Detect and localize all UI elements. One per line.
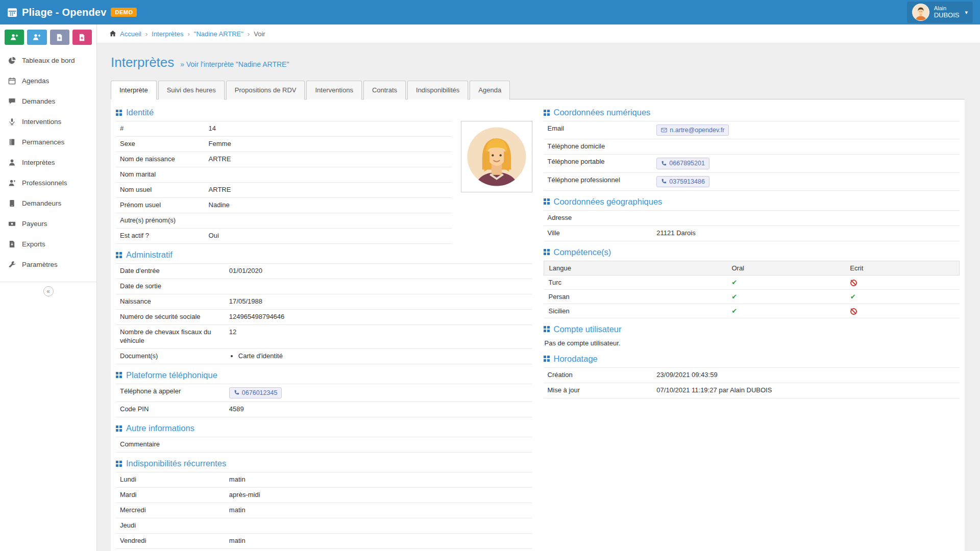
- quick-actions: [0, 24, 96, 49]
- phone-icon: [234, 390, 239, 395]
- sidebar-item-label: Permanences: [22, 138, 64, 146]
- sidebar-collapse-button[interactable]: «: [43, 286, 54, 296]
- user-first-name: Alain: [934, 5, 960, 12]
- field-row: Adresse: [544, 210, 960, 226]
- right-column: Coordonnées numériques Email n.artre@ope…: [544, 107, 960, 398]
- demo-badge: DEMO: [111, 8, 137, 17]
- topbar: Pliage - Opendev DEMO Alain DUBOIS ▾: [0, 0, 980, 24]
- grid-icon: [116, 461, 122, 467]
- field-row: Téléphone portable 0667895201: [544, 155, 960, 172]
- section-competences: Compétence(s) Langue Oral Ecrit Turc ✔: [544, 247, 960, 318]
- section-title: Coordonnées géographiques: [554, 197, 663, 207]
- sidebar-item-label: Interprètes: [22, 159, 55, 166]
- tab-contrats[interactable]: Contrats: [363, 81, 406, 99]
- sidebar-item-interpretes[interactable]: Interprètes: [0, 152, 96, 172]
- section-title: Coordonnées numériques: [554, 108, 651, 117]
- user-menu[interactable]: Alain DUBOIS ▾: [907, 2, 973, 23]
- phone-number: 0676012345: [242, 389, 278, 397]
- wrench-icon: [7, 261, 16, 268]
- pie-chart-icon: [7, 57, 16, 64]
- tab-interprete[interactable]: Interprète: [111, 81, 157, 99]
- user-icon: [7, 179, 16, 187]
- breadcrumb-link-nadine-artre[interactable]: "Nadine ARTRE": [194, 30, 243, 38]
- field-row: Nom marital: [116, 167, 452, 183]
- tab-suivi-des-heures[interactable]: Suivi des heures: [158, 81, 225, 99]
- phone-badge[interactable]: 0676012345: [229, 387, 282, 398]
- grid-icon: [116, 425, 122, 432]
- section-compte-utilisateur: Compte utilisateur Pas de compte utilisa…: [544, 324, 960, 348]
- ecrit-mark: [845, 276, 960, 289]
- sidebar-item-exports[interactable]: Exports: [0, 234, 96, 254]
- section-title: Indisponibilités récurrentes: [126, 459, 226, 468]
- sidebar-item-permanences[interactable]: Permanences: [0, 132, 96, 152]
- sidebar-item-agendas[interactable]: Agendas: [0, 70, 96, 91]
- calendar-icon: [7, 77, 16, 85]
- file-plus-icon: [78, 34, 86, 41]
- check-icon: ✔: [731, 279, 737, 286]
- column-header-oral: Oral: [726, 261, 845, 275]
- breadcrumb-link-interpretes[interactable]: Interprètes: [152, 30, 183, 38]
- grid-icon: [544, 326, 550, 332]
- microphone-icon: [7, 118, 16, 126]
- breadcrumb-link-accueil[interactable]: Accueil: [120, 30, 141, 38]
- tab-interventions[interactable]: Interventions: [306, 81, 361, 99]
- section-horodatage: Horodatage Création23/09/2021 09:43:59 M…: [544, 354, 960, 398]
- page-title: Interprètes: [111, 55, 174, 70]
- language-name: Sicilien: [544, 304, 727, 318]
- sidebar-item-interventions[interactable]: Interventions: [0, 111, 96, 132]
- sidebar-item-tableaux-de-bord[interactable]: Tableaux de bord: [0, 50, 96, 70]
- quick-add-user-green-button[interactable]: [5, 30, 24, 45]
- tab-propositions-de-rdv[interactable]: Propositions de RDV: [226, 81, 305, 99]
- section-identite: Identité #14 SexeFemme Nom de naissanceA…: [116, 108, 532, 244]
- quick-add-user-blue-button[interactable]: [27, 30, 46, 45]
- sidebar-item-professionnels[interactable]: Professionnels: [0, 172, 96, 193]
- check-icon: ✔: [731, 307, 737, 315]
- oral-mark: ✔: [726, 276, 845, 289]
- section-title: Compte utilisateur: [554, 324, 622, 334]
- grid-icon: [116, 372, 122, 378]
- money-icon: [7, 220, 16, 228]
- sidebar-item-parametres[interactable]: Paramètres: [0, 254, 96, 274]
- sidebar-item-label: Tableaux de bord: [22, 57, 75, 64]
- document-item: Carte d'identité: [238, 352, 528, 361]
- email-badge[interactable]: n.artre@opendev.fr: [656, 124, 729, 136]
- envelope-icon: [661, 127, 667, 133]
- phone-badge[interactable]: 0667895201: [656, 158, 709, 169]
- sidebar-divider: [0, 282, 96, 282]
- field-row: Téléphone professionnel 0375913486: [544, 173, 960, 191]
- phone-badge[interactable]: 0375913486: [656, 176, 709, 187]
- page-subtitle: » Voir l'interprète "Nadine ARTRE": [180, 60, 289, 68]
- field-row: Mise à jour07/10/2021 11:19:27 par Alain…: [544, 383, 960, 398]
- table-row: Turc ✔: [544, 276, 960, 290]
- field-row: Numéro de sécurité sociale12496549879464…: [116, 310, 532, 325]
- brand: Pliage - Opendev DEMO: [7, 7, 137, 18]
- grid-icon: [544, 249, 550, 255]
- quick-add-file-pink-button[interactable]: [72, 30, 92, 45]
- no-account-text: Pas de compte utilisateur.: [544, 338, 960, 348]
- section-indisponibilites-recurrentes: Indisponibilités récurrentes Lundimatin …: [116, 459, 532, 549]
- table-row: Sicilien ✔: [544, 304, 960, 318]
- email-address: n.artre@opendev.fr: [670, 126, 724, 134]
- tab-agenda[interactable]: Agenda: [470, 81, 510, 99]
- sidebar-item-demandes[interactable]: Demandes: [0, 91, 96, 111]
- breadcrumb-home[interactable]: Accueil: [109, 30, 141, 38]
- export-icon: [7, 240, 16, 248]
- grid-icon: [116, 252, 122, 258]
- section-title: Identité: [126, 108, 154, 117]
- breadcrumb: Accueil › Interprètes › "Nadine ARTRE" ›…: [97, 24, 980, 43]
- field-row: Mardiaprès-midi: [116, 488, 532, 503]
- sidebar-item-label: Exports: [22, 240, 45, 248]
- field-row: Mercredimatin: [116, 503, 532, 518]
- section-title: Autre informations: [126, 423, 194, 433]
- sidebar-item-demandeurs[interactable]: Demandeurs: [0, 193, 96, 213]
- field-row: Nombre de chevaux fiscaux du véhicule12: [116, 325, 532, 349]
- tablet-icon: [7, 199, 16, 207]
- sidebar-item-payeurs[interactable]: Payeurs: [0, 213, 96, 234]
- field-row: Date de sortie: [116, 279, 532, 294]
- field-row: Création23/09/2021 09:43:59: [544, 367, 960, 383]
- chat-bubble-icon: [7, 97, 16, 105]
- quick-add-file-slate-button[interactable]: [50, 30, 69, 45]
- tab-indisponibilites[interactable]: Indisponibilités: [407, 81, 468, 99]
- ecrit-mark: [845, 304, 960, 318]
- field-row: Téléphone domicile: [544, 139, 960, 155]
